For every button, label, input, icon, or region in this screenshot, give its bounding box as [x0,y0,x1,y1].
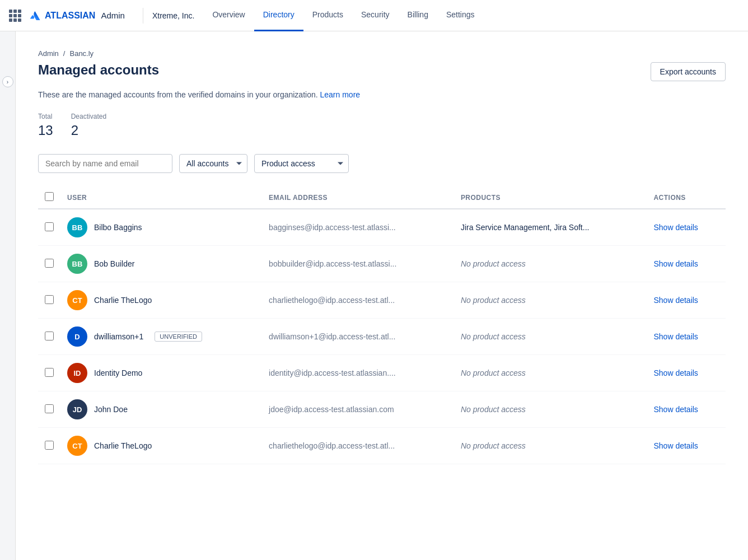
breadcrumb: Admin / Banc.ly [38,49,726,58]
page-title: Managed accounts [38,62,159,78]
products-cell: No product access [454,246,647,282]
nav-directory[interactable]: Directory [254,0,303,31]
nav-billing[interactable]: Billing [399,0,437,31]
nav-divider [143,8,143,24]
search-input[interactable] [38,154,172,173]
table-row: ID Identity Demo identity@idp.access-tes… [38,355,726,391]
avatar: CT [67,290,87,310]
nav-products[interactable]: Products [303,0,352,31]
user-name: dwilliamson+1 [94,332,143,341]
description-text: These are the managed accounts from the … [38,90,318,99]
user-cell: BB Bob Builder [60,246,262,282]
breadcrumb-admin[interactable]: Admin [38,49,59,58]
breadcrumb-separator: / [63,49,66,58]
stats-section: Total 13 Deactivated 2 [38,113,726,138]
stat-deactivated-label: Deactivated [71,113,106,120]
table-row: CT Charlie TheLogo charliethelogo@idp.ac… [38,428,726,464]
email-cell: charliethelogo@idp.access-test.atl... [262,282,454,319]
row-checkbox-5[interactable] [45,404,54,413]
nav-items: Overview Directory Products Security Bil… [203,0,483,31]
row-checkbox-0[interactable] [45,222,54,231]
page-layout: › Admin / Banc.ly Managed accounts Expor… [0,31,748,560]
email-cell: jdoe@idp.access-test.atlassian.com [262,391,454,428]
th-checkbox [38,186,60,209]
no-product-text: No product access [461,296,526,305]
show-details-link[interactable]: Show details [653,332,698,341]
top-nav: ATLASSIAN Admin Xtreme, Inc. Overview Di… [0,0,748,31]
user-cell: CT Charlie TheLogo [60,282,262,319]
actions-cell: Show details [647,391,726,428]
avatar: JD [67,399,87,419]
user-name: John Doe [94,405,128,414]
page-description: These are the managed accounts from the … [38,90,726,99]
breadcrumb-current: Banc.ly [69,49,94,58]
nav-settings[interactable]: Settings [437,0,484,31]
no-product-text: No product access [461,259,526,268]
product-access-wrapper: Product access No product access Has pro… [254,154,349,173]
show-details-link[interactable]: Show details [653,296,698,305]
filters-section: All accounts Active Deactivated Product … [38,154,726,173]
org-name: Xtreme, Inc. [152,11,194,20]
all-accounts-wrapper: All accounts Active Deactivated [179,154,247,173]
no-product-text: No product access [461,405,526,414]
show-details-link[interactable]: Show details [653,368,698,377]
product-access-select[interactable]: Product access No product access Has pro… [254,154,349,173]
user-name: Charlie TheLogo [94,441,152,450]
sidebar-toggle-button[interactable]: › [2,76,13,87]
actions-cell: Show details [647,282,726,319]
stat-total-value: 13 [38,123,53,138]
row-checkbox-2[interactable] [45,295,54,304]
table-row: CT Charlie TheLogo charliethelogo@idp.ac… [38,282,726,319]
nav-overview[interactable]: Overview [203,0,254,31]
atlassian-logo-icon [28,9,41,22]
email-cell: charliethelogo@idp.access-test.atl... [262,428,454,464]
row-checkbox-3[interactable] [45,332,54,340]
nav-security[interactable]: Security [352,0,399,31]
stat-total: Total 13 [38,113,53,138]
row-checkbox-1[interactable] [45,259,54,268]
accounts-table: User Email address Products Actions BB B… [38,186,726,464]
show-details-link[interactable]: Show details [653,259,698,268]
user-cell: ID Identity Demo [60,355,262,391]
user-name: Bilbo Baggins [94,223,142,232]
select-all-checkbox[interactable] [45,192,54,201]
email-cell: bagginses@idp.access-test.atlassi... [262,209,454,246]
sidebar-toggle[interactable]: › [0,31,16,560]
table-row: D dwilliamson+1 UNVERIFIED dwilliamson+1… [38,319,726,355]
unverified-badge: UNVERIFIED [155,332,202,342]
user-cell: CT Charlie TheLogo [60,428,262,464]
user-cell: BB Bilbo Baggins [60,209,262,246]
avatar: D [67,326,87,347]
row-checkbox-6[interactable] [45,441,54,450]
table-header-row: User Email address Products Actions [38,186,726,209]
products-cell: No product access [454,319,647,355]
user-name: Bob Builder [94,259,134,268]
user-name: Charlie TheLogo [94,296,152,305]
no-product-text: No product access [461,368,526,377]
show-details-link[interactable]: Show details [653,405,698,414]
actions-cell: Show details [647,246,726,282]
show-details-link[interactable]: Show details [653,223,698,232]
no-product-text: No product access [461,441,526,450]
stat-total-label: Total [38,113,53,120]
grid-icon [9,10,21,22]
avatar: ID [67,363,87,383]
all-accounts-select[interactable]: All accounts Active Deactivated [179,154,247,173]
avatar: BB [67,254,87,274]
learn-more-link[interactable]: Learn more [320,90,361,99]
user-cell: JD John Doe [60,391,262,428]
show-details-link[interactable]: Show details [653,441,698,450]
table-row: BB Bilbo Baggins bagginses@idp.access-te… [38,209,726,246]
app-logo[interactable]: ATLASSIAN Admin [9,9,125,22]
avatar: CT [67,436,87,456]
stat-deactivated: Deactivated 2 [71,113,106,138]
row-checkbox-4[interactable] [45,368,54,377]
user-name: Identity Demo [94,368,142,377]
export-button[interactable]: Export accounts [651,62,726,81]
table-row: BB Bob Builder bobbuilder@idp.access-tes… [38,246,726,282]
user-cell: D dwilliamson+1 UNVERIFIED [60,319,262,355]
no-product-text: No product access [461,332,526,341]
products-cell: Jira Service Management, Jira Soft... [454,209,647,246]
email-cell: identity@idp.access-test.atlassian.... [262,355,454,391]
actions-cell: Show details [647,428,726,464]
